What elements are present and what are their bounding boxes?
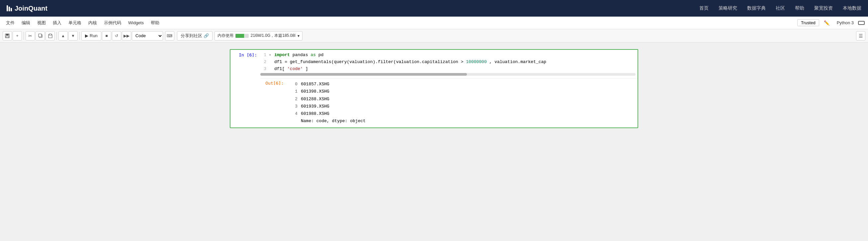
memory-indicator: 内存使用 216M/1.0G，本篇185.08l ▾: [215, 31, 303, 40]
menu-edit[interactable]: 编辑: [19, 19, 33, 27]
nav-invest[interactable]: 聚宽投资: [814, 5, 833, 11]
main-content: In [6]: 1 ▾ import pandas as pd: [0, 42, 868, 241]
paste-button[interactable]: [45, 31, 55, 40]
menu-view[interactable]: 视图: [34, 19, 49, 27]
code-scrollbar-thumb: [260, 73, 467, 76]
output-row-0: 0 601857.XSHG: [287, 81, 366, 88]
output-row-1: 1 601398.XSHG: [287, 88, 366, 95]
kernel-status-circle: [858, 21, 865, 25]
logo[interactable]: JoinQuant: [7, 5, 48, 12]
trusted-button[interactable]: Trusted: [797, 19, 819, 26]
code-cont: , valuation.market_cap: [490, 59, 547, 64]
out-val-1: 601398.XSHG: [301, 88, 330, 95]
output-row-2: 2 601288.XSHG: [287, 96, 366, 103]
logo-icon: [7, 5, 12, 11]
nav-localdata[interactable]: 本地数据: [843, 5, 861, 11]
copy-button[interactable]: [35, 31, 45, 40]
keyword-import: import: [274, 53, 290, 57]
cell-type-select[interactable]: Code Markdown: [132, 31, 163, 40]
line-num-2: 2: [260, 59, 266, 65]
logo-text: JoinQuant: [14, 5, 48, 12]
arrow-col-1: ▾: [269, 52, 274, 58]
nav-help[interactable]: 帮助: [795, 5, 804, 11]
code-text-3: df1[ 'code' ]: [274, 66, 636, 73]
svg-rect-1: [6, 34, 9, 35]
nav-community[interactable]: 社区: [776, 5, 785, 11]
nav-datadict[interactable]: 数据字典: [747, 5, 766, 11]
python-label: Python 3: [834, 19, 857, 27]
share-label: 分享到社区: [181, 33, 202, 39]
cut-button[interactable]: ✂: [26, 31, 35, 40]
line-num-1: 1: [260, 52, 266, 58]
keyword-as: as: [310, 53, 316, 57]
save-button[interactable]: [3, 31, 12, 40]
cell-prompt-in: In [6]:: [230, 50, 260, 60]
nav-home[interactable]: 首页: [699, 5, 709, 11]
menu-trusted-area: Trusted ✏️ Python 3: [797, 19, 865, 27]
toolbar-sep-1: [24, 32, 24, 40]
memory-label: 内存使用: [217, 33, 234, 38]
menu-insert[interactable]: 插入: [50, 19, 64, 27]
restart-button[interactable]: ↺: [112, 31, 121, 40]
run-button[interactable]: ▶ Run: [81, 31, 101, 40]
arrow-col-3: [269, 66, 274, 66]
interrupt-button[interactable]: ■: [102, 31, 111, 40]
cell-body: 1 ▾ import pandas as pd 2: [260, 50, 638, 127]
list-icon[interactable]: ☰: [856, 31, 865, 40]
code-pd: pd: [318, 53, 324, 57]
code-scrollbar[interactable]: [260, 73, 636, 76]
menu-help[interactable]: 帮助: [148, 19, 162, 27]
out-idx-4: 4: [287, 110, 298, 118]
code-str: 'code': [287, 66, 303, 71]
logo-bar-3: [11, 8, 12, 11]
nav-strategy[interactable]: 策略研究: [719, 5, 737, 11]
arrow-col-2: [269, 59, 274, 59]
copy-icon: [38, 33, 42, 38]
pencil-icon[interactable]: ✏️: [821, 19, 832, 27]
python-indicator: Python 3: [834, 19, 865, 27]
add-cell-button[interactable]: +: [12, 31, 22, 40]
top-navigation: JoinQuant 首页 策略研究 数据字典 社区 帮助 聚宽投资 本地数据: [0, 0, 868, 17]
code-num: 10000000: [466, 59, 487, 64]
memory-value: 216M/1.0G，本篇185.08l: [251, 33, 296, 38]
menu-cell[interactable]: 单元格: [66, 19, 84, 27]
logo-bar-1: [7, 5, 8, 11]
memory-dropdown-icon[interactable]: ▾: [298, 33, 300, 38]
output-row-4: 4 601988.XSHG: [287, 110, 366, 118]
cell-6: In [6]: 1 ▾ import pandas as pd: [230, 49, 638, 128]
menu-file[interactable]: 文件: [3, 19, 17, 27]
menu-kernel[interactable]: 内核: [86, 19, 100, 27]
out-val-4: 601988.XSHG: [301, 110, 330, 118]
code-line-3: 3 df1[ 'code' ]: [260, 66, 636, 73]
run-label: Run: [90, 33, 98, 38]
menu-widgets[interactable]: Widgets: [126, 19, 147, 27]
out-val-0: 601857.XSHG: [301, 81, 330, 88]
notebook-container: In [6]: 1 ▾ import pandas as pd: [226, 49, 642, 128]
output-values: 0 601857.XSHG 1 601398.XSHG 2 601288.XSH…: [287, 81, 366, 125]
move-up-button[interactable]: ▲: [58, 31, 68, 40]
line-num-3: 3: [260, 66, 266, 72]
code-line-1: 1 ▾ import pandas as pd: [260, 52, 636, 59]
menu-example[interactable]: 示例代码: [101, 19, 124, 27]
restart-run-button[interactable]: ▶▶: [122, 31, 131, 40]
share-button[interactable]: 分享到社区 🔗: [177, 31, 213, 40]
code-text-2: df1 = get_fundamentals(query(valuation).…: [274, 59, 636, 66]
move-down-button[interactable]: ▼: [68, 31, 78, 40]
svg-rect-4: [38, 34, 41, 37]
code-text-1: import pandas as pd: [274, 52, 636, 59]
toolbar: + ✂ ▲ ▼ ▶ Run ■ ↺ ▶▶ Code Markdown ⌨ 分享到…: [0, 29, 868, 42]
memory-bar: [236, 34, 249, 38]
out-idx-footer: [287, 118, 298, 125]
output-row-3: 3 601939.XSHG: [287, 103, 366, 110]
code-close-bracket: ]: [306, 66, 308, 71]
code-area[interactable]: 1 ▾ import pandas as pd 2: [260, 50, 638, 78]
code-pandas: pandas: [292, 53, 311, 57]
keyboard-icon[interactable]: ⌨: [165, 31, 174, 40]
toolbar-sep-3: [80, 32, 80, 40]
logo-bar-2: [9, 7, 10, 11]
output-wrapper: Out[6]: 0 601857.XSHG 1 601398.XSHG: [260, 81, 638, 125]
svg-rect-6: [49, 34, 52, 35]
code-df1-code: df1[: [274, 66, 285, 71]
run-icon: ▶: [85, 33, 88, 38]
code-line-2: 2 df1 = get_fundamentals(query(valuation…: [260, 59, 636, 66]
